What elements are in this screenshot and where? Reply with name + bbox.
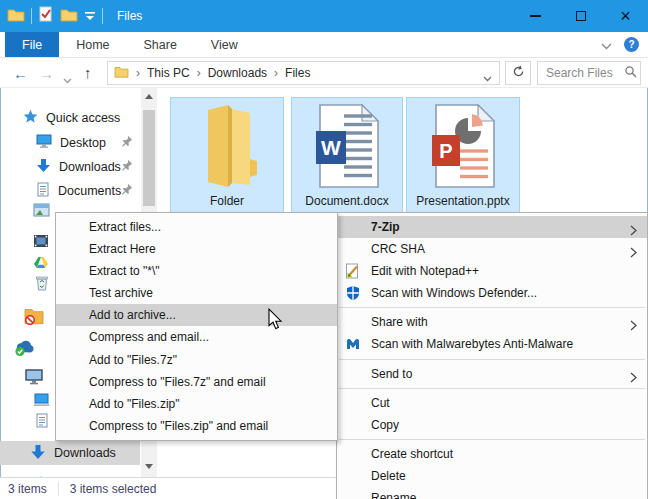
- sidebar-item-label: Downloads: [59, 160, 121, 174]
- submenu-item-add-to-7z[interactable]: Add to "Files.7z": [56, 349, 337, 371]
- menu-item-crc-sha[interactable]: CRC SHA: [337, 238, 647, 260]
- menu-item-delete[interactable]: Delete: [337, 465, 647, 487]
- new-folder-icon[interactable]: [60, 7, 78, 26]
- synced-cloud-icon[interactable]: [14, 339, 36, 361]
- submenu-item-test-archive[interactable]: Test archive: [56, 282, 337, 304]
- videos-icon[interactable]: [33, 234, 49, 252]
- up-button[interactable]: ↑: [84, 65, 92, 80]
- pin-icon: [120, 183, 133, 199]
- menu-item-label: Create shortcut: [371, 447, 453, 461]
- search-box[interactable]: [537, 61, 641, 85]
- file-tile-presentation[interactable]: P Presentation.pptx: [406, 97, 520, 213]
- tab-file[interactable]: File: [5, 32, 59, 57]
- notepad-plus-plus-icon: [345, 263, 361, 279]
- menu-item-edit-with-notepad[interactable]: Edit with Notepad++: [337, 260, 647, 282]
- menu-item-label: Rename: [371, 491, 416, 499]
- menu-item-copy[interactable]: Copy: [337, 414, 647, 436]
- pin-icon: [120, 135, 133, 151]
- menu-item-scan-malwarebytes[interactable]: Scan with Malwarebytes Anti-Malware: [337, 333, 647, 355]
- help-icon[interactable]: ?: [624, 37, 639, 52]
- submenu-item-add-to-archive[interactable]: Add to archive...: [56, 304, 337, 326]
- file-tile-document[interactable]: W Document.docx: [291, 97, 403, 213]
- file-tile-folder[interactable]: Folder: [170, 97, 284, 213]
- scroll-down-icon[interactable]: [145, 464, 153, 469]
- window-controls: ×: [513, 0, 648, 32]
- menu-item-label: Scan with Malwarebytes Anti-Malware: [371, 337, 573, 351]
- tab-view[interactable]: View: [194, 32, 255, 57]
- menu-item-label: CRC SHA: [371, 242, 425, 256]
- tab-share[interactable]: Share: [127, 32, 194, 57]
- file-name: Document.docx: [292, 194, 402, 208]
- menu-item-send-to[interactable]: Send to: [337, 363, 647, 385]
- file-name: Folder: [171, 194, 283, 208]
- menu-item-share-with[interactable]: Share with: [337, 311, 647, 333]
- pictures-icon[interactable]: [33, 203, 50, 221]
- refresh-icon: [512, 64, 525, 82]
- explorer-folder-icon: [7, 7, 25, 26]
- scrollbar-thumb[interactable]: [143, 110, 155, 206]
- pin-icon: [120, 159, 133, 175]
- back-button[interactable]: ←: [13, 66, 28, 81]
- breadcrumb-files[interactable]: Files: [285, 66, 310, 80]
- customize-toolbar-chevron-icon[interactable]: [84, 7, 96, 25]
- scroll-up-icon[interactable]: [145, 94, 153, 99]
- breadcrumb-downloads[interactable]: Downloads: [208, 66, 267, 80]
- sidebar-item-label: Quick access: [46, 111, 120, 125]
- sidebar-item-downloads-selected[interactable]: Downloads: [0, 441, 140, 465]
- blocked-folder-icon[interactable]: [24, 306, 44, 329]
- menu-separator: [339, 307, 645, 308]
- menu-separator: [339, 439, 645, 440]
- forward-button[interactable]: →: [39, 66, 54, 81]
- submenu-item-extract-here[interactable]: Extract Here: [56, 238, 337, 260]
- sidebar-item-label: Downloads: [54, 446, 116, 460]
- menu-item-create-shortcut[interactable]: Create shortcut: [337, 443, 647, 465]
- menu-item-cut[interactable]: Cut: [337, 392, 647, 414]
- sidebar-item-downloads[interactable]: Downloads: [0, 155, 140, 178]
- refresh-button[interactable]: [505, 61, 531, 85]
- menu-item-label: 7-Zip: [371, 220, 400, 234]
- address-dropdown-chevron-icon[interactable]: [483, 71, 492, 85]
- breadcrumb-this-pc[interactable]: This PC: [147, 66, 190, 80]
- address-box[interactable]: › This PC › Downloads › Files: [107, 61, 500, 85]
- close-button[interactable]: ×: [603, 0, 648, 32]
- submenu-item-add-to-zip[interactable]: Add to "Files.zip": [56, 393, 337, 415]
- submenu-item-extract-to[interactable]: Extract to "*\": [56, 260, 337, 282]
- recycle-bin-icon[interactable]: [35, 275, 49, 295]
- menu-item-scan-windows-defender[interactable]: Scan with Windows Defender...: [337, 282, 647, 304]
- toolbar-separator: [31, 8, 32, 24]
- maximize-button[interactable]: [558, 0, 603, 32]
- items-count: 3 items: [8, 482, 47, 496]
- submenu-item-compress-7z-email[interactable]: Compress to "Files.7z" and email: [56, 371, 337, 393]
- laptop-icon[interactable]: [33, 393, 50, 411]
- menu-item-label: Edit with Notepad++: [371, 264, 479, 278]
- downloads-arrow-icon: [30, 444, 46, 463]
- desktop-icon: [36, 134, 52, 151]
- minimize-ribbon-chevron-icon[interactable]: [601, 36, 612, 54]
- menu-item-label: Cut: [371, 396, 390, 410]
- menu-item-label: Delete: [371, 469, 406, 483]
- status-divider: [58, 482, 59, 496]
- submenu-item-compress-and-email[interactable]: Compress and email...: [56, 326, 337, 348]
- submenu-item-extract-files[interactable]: Extract files...: [56, 216, 337, 238]
- google-drive-icon[interactable]: [33, 256, 49, 274]
- recent-locations-chevron-icon[interactable]: [63, 70, 72, 88]
- search-input[interactable]: [546, 66, 622, 80]
- tab-home[interactable]: Home: [59, 32, 126, 57]
- submenu-arrow-icon: [630, 368, 637, 390]
- sidebar-item-desktop[interactable]: Desktop: [0, 131, 140, 154]
- minimize-button[interactable]: [513, 0, 558, 32]
- menu-item-label: Share with: [371, 315, 428, 329]
- sidebar-item-documents[interactable]: Documents: [0, 179, 140, 202]
- properties-check-icon[interactable]: [38, 6, 54, 26]
- this-pc-icon[interactable]: [25, 369, 43, 389]
- mouse-cursor: [266, 307, 284, 335]
- menu-item-rename[interactable]: Rename: [337, 487, 647, 499]
- breadcrumb-chevron-icon: ›: [274, 66, 278, 80]
- sidebar-item-quick-access[interactable]: Quick access: [0, 106, 140, 129]
- document-icon[interactable]: [35, 413, 49, 432]
- menu-separator: [339, 359, 645, 360]
- documents-icon: [36, 182, 50, 200]
- svg-text:P: P: [439, 140, 452, 162]
- menu-item-7zip[interactable]: 7-Zip: [337, 216, 647, 238]
- submenu-item-compress-zip-email[interactable]: Compress to "Files.zip" and email: [56, 415, 337, 437]
